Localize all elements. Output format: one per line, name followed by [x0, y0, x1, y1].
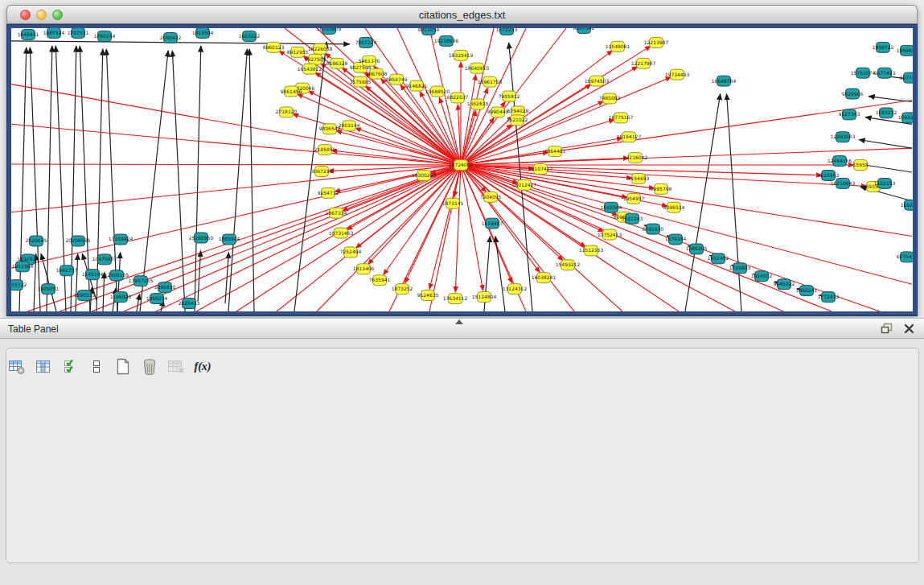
network-node-label: 8995798 — [651, 186, 672, 192]
network-node-label: 1095810 — [154, 284, 176, 290]
citation-edge-red[interactable] — [461, 165, 912, 236]
network-node-label: 16210643 — [831, 180, 856, 186]
citation-edge-red[interactable] — [11, 165, 461, 268]
window-title: citations_edges.txt — [7, 9, 917, 21]
network-node-label: 11512353 — [579, 247, 604, 253]
citation-edge-black[interactable] — [47, 46, 52, 311]
network-node-label: 1649431 — [18, 31, 39, 37]
network-node-label: 12093583 — [831, 134, 856, 139]
close-panel-icon[interactable] — [904, 323, 914, 334]
citation-edge-black[interactable] — [249, 49, 254, 311]
network-node-label: 8186328 — [326, 60, 348, 66]
network-node-label: 12905135 — [105, 272, 129, 278]
network-node-label: 2060412 — [160, 35, 182, 40]
split-collapse-handle[interactable] — [455, 319, 463, 324]
network-node-label: 1693245 — [898, 114, 913, 120]
citation-edge-black[interactable] — [859, 139, 912, 148]
network-node-label: 2867608 — [366, 71, 388, 76]
network-node-label: 3175685 — [350, 79, 372, 84]
network-node-label: 18325419 — [449, 52, 474, 58]
citation-edge-black[interactable] — [509, 43, 532, 311]
float-panel-icon[interactable] — [881, 323, 893, 334]
network-node-label: 8215953 — [818, 172, 840, 178]
network-node-label: 7252494 — [340, 249, 362, 254]
citation-edge-red[interactable] — [11, 84, 461, 165]
network-node-label: 9277450 — [900, 75, 913, 80]
citation-edge-red[interactable] — [236, 165, 461, 311]
network-node-label: 1102153 — [874, 180, 896, 186]
citation-edge-black[interactable] — [495, 236, 505, 311]
network-node-label: 18731453 — [329, 230, 354, 236]
network-node-label: 1610584 — [601, 204, 622, 210]
network-node-label: 1145194 — [82, 271, 104, 277]
network-node-label: 9154693 — [628, 175, 650, 181]
citation-edge-black[interactable] — [11, 41, 350, 44]
citation-edge-black[interactable] — [727, 94, 741, 311]
network-node-label: 6791970 — [643, 226, 664, 232]
network-node-label: 2520695 — [26, 238, 47, 244]
citation-edge-red[interactable] — [336, 130, 461, 165]
network-node-label: 16033809 — [317, 28, 342, 31]
citation-edge-black[interactable] — [869, 97, 912, 102]
citation-edge-red[interactable] — [461, 165, 563, 261]
network-canvas-svg[interactable]: 1872400789601238912955182260589827503818… — [11, 28, 913, 311]
network-node-label: 18300295 — [412, 172, 437, 178]
network-node-label: 1867314 — [326, 210, 347, 216]
citation-edge-red[interactable] — [461, 120, 614, 165]
network-node-label: 1885914 — [219, 237, 240, 242]
network-node-label: 9227343 — [839, 111, 860, 117]
new-table-icon[interactable] — [114, 357, 132, 377]
network-node-label: 9806542 — [319, 126, 341, 131]
network-node-label: 1514457 — [482, 220, 503, 226]
panel-group-box — [6, 348, 919, 563]
network-node-label: 20206535 — [66, 238, 91, 244]
network-node-label: 8912955 — [287, 49, 309, 55]
citation-edge-red[interactable] — [461, 165, 483, 290]
citation-edge-black[interactable] — [198, 250, 201, 302]
network-canvas[interactable]: 1872400789601238912955182260589827503818… — [11, 28, 913, 311]
network-node-label: 16961758 — [478, 79, 503, 84]
function-builder-icon[interactable]: f(x) — [194, 357, 211, 377]
network-node-label: 16543812 — [298, 66, 322, 72]
network-node-label: 7857224 — [355, 39, 377, 45]
network-node-label: 1869204 — [146, 295, 168, 301]
citation-edge-black[interactable] — [103, 272, 105, 311]
table-panel-titlebar[interactable]: Table Panel — [0, 318, 924, 339]
citation-edge-black[interactable] — [140, 51, 168, 311]
window-titlebar[interactable]: citations_edges.txt — [6, 5, 918, 24]
network-node-label: 1650512 — [18, 256, 39, 262]
table-settings-icon[interactable] — [8, 357, 26, 377]
citation-edge-black[interactable] — [137, 294, 140, 311]
network-node-label: 18226058 — [308, 46, 333, 51]
network-frame: 1872400789601238912955182260589827503818… — [6, 24, 918, 316]
network-node-label: 15958 — [852, 162, 868, 167]
network-node-label: 1760214 — [94, 33, 116, 39]
network-node-label: 1693212 — [876, 109, 897, 115]
network-node-label: 2803144 — [339, 122, 360, 128]
citation-edge-black[interactable] — [41, 253, 56, 311]
table-panel-title: Table Panel — [8, 323, 59, 335]
network-node-label: 17359924 — [109, 237, 133, 242]
delete-column-icon[interactable] — [167, 357, 185, 377]
network-node-label: 7485083 — [599, 96, 621, 101]
network-node-label: 16648784 — [712, 78, 737, 84]
network-window: citations_edges.txt 18724007896012389129… — [6, 5, 918, 316]
network-node-label: 15751074 — [851, 70, 876, 76]
network-node-label: 5461376 — [359, 58, 380, 64]
network-node-label: 13124312 — [503, 286, 528, 291]
network-node-label: 8960123 — [263, 44, 285, 50]
citation-edge-black[interactable] — [172, 51, 185, 311]
citation-edge-black[interactable] — [685, 93, 721, 311]
network-node-label: 7635941 — [369, 277, 391, 282]
merge-rows-icon[interactable] — [88, 357, 105, 377]
citation-edge-red[interactable] — [11, 164, 461, 165]
network-node-label: 1772413 — [818, 294, 840, 299]
show-columns-icon[interactable] — [35, 357, 52, 377]
citation-edge-red[interactable] — [461, 77, 671, 165]
delete-table-icon[interactable] — [141, 357, 158, 377]
citation-edge-black[interactable] — [76, 253, 78, 311]
citation-edge-red[interactable] — [368, 165, 461, 264]
network-node-label: 1860241 — [796, 287, 818, 293]
network-node-label: 16107427 — [528, 166, 553, 171]
select-rows-icon[interactable] — [61, 357, 79, 377]
